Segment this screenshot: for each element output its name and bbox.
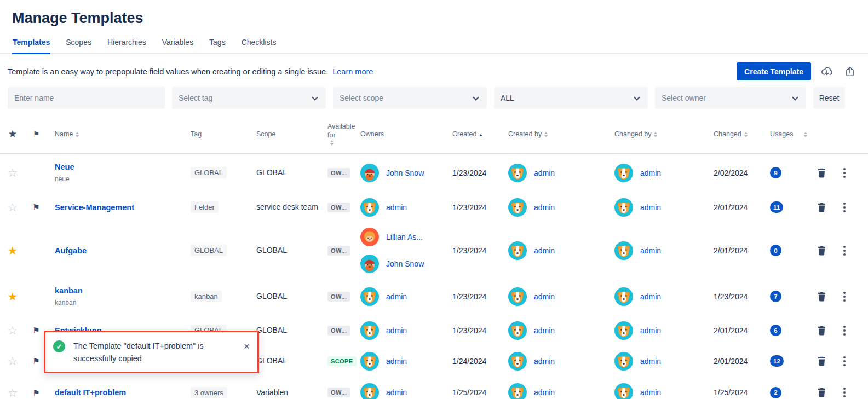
template-name-link[interactable]: kanban (55, 286, 83, 295)
creator-link[interactable]: admin (534, 246, 555, 255)
changer-link[interactable]: admin (640, 388, 661, 397)
tab-variables[interactable]: Variables (162, 34, 194, 54)
delete-button[interactable] (816, 325, 827, 337)
create-template-button[interactable]: Create Template (737, 62, 811, 80)
delete-button[interactable] (816, 386, 827, 398)
tag-badge: kanban (191, 291, 222, 302)
col-header-created-by[interactable]: Created by (501, 130, 607, 138)
creator-link[interactable]: admin (534, 357, 555, 366)
flag-icon[interactable]: ⚑ (32, 203, 39, 211)
export-icon[interactable] (843, 64, 857, 79)
scope-value: GLOBAL (256, 245, 287, 256)
creator-link[interactable]: admin (534, 292, 555, 301)
changer-link[interactable]: admin (640, 246, 661, 255)
more-actions-button[interactable] (841, 244, 848, 258)
delete-button[interactable] (816, 167, 827, 179)
changer-link[interactable]: admin (640, 169, 661, 177)
owner-avatar (360, 198, 379, 217)
template-name-link[interactable]: Service-Management (55, 203, 134, 212)
sort-asc-icon (479, 134, 482, 137)
changer-avatar (614, 321, 633, 340)
template-name-link[interactable]: Aufgabe (55, 246, 87, 255)
owner-link[interactable]: John Snow (386, 169, 424, 177)
reset-filters-button[interactable]: Reset (813, 87, 845, 109)
learn-more-link[interactable]: Learn more (332, 67, 373, 76)
owner-avatar (360, 321, 379, 340)
star-icon[interactable]: ☆ (8, 167, 18, 178)
flag-icon[interactable]: ⚑ (32, 389, 39, 397)
col-header-created[interactable]: Created (445, 130, 501, 138)
template-name-link[interactable]: default IT+problem (55, 388, 126, 397)
usages-badge: 2 (770, 387, 781, 398)
chevron-down-icon (312, 94, 318, 100)
changer-link[interactable]: admin (640, 357, 661, 366)
more-actions-button[interactable] (841, 323, 848, 338)
chevron-down-icon (792, 94, 798, 100)
tag-badge: GLOBAL (191, 245, 227, 256)
creator-link[interactable]: admin (534, 169, 555, 177)
owner-link[interactable]: admin (386, 292, 407, 301)
more-actions-button[interactable] (841, 354, 848, 368)
type-filter-select[interactable]: ALL (494, 87, 648, 109)
owner-link[interactable]: admin (386, 388, 407, 397)
check-circle-icon: ✓ (53, 340, 65, 352)
owner-link[interactable]: John Snow (386, 259, 424, 268)
tab-scopes[interactable]: Scopes (65, 34, 92, 54)
star-icon[interactable]: ☆ (8, 387, 18, 398)
more-actions-button[interactable] (841, 200, 848, 215)
available-for-badge: SCOPE (327, 356, 357, 366)
star-icon[interactable]: ★ (8, 245, 18, 256)
more-actions-button[interactable] (841, 385, 848, 399)
creator-link[interactable]: admin (534, 203, 555, 212)
close-icon[interactable]: × (244, 341, 250, 351)
scope-filter-select[interactable]: Select scope (333, 87, 487, 109)
owner-link[interactable]: admin (386, 326, 407, 335)
table-row: ★ Aufgabe GLOBAL GLOBAL OW... Lillian As… (0, 223, 868, 278)
page-title: Manage Templates (0, 0, 868, 27)
template-subtitle: neue (55, 175, 70, 183)
col-header-changed-by[interactable]: Changed by (607, 130, 706, 138)
changer-link[interactable]: admin (640, 292, 661, 301)
star-icon[interactable]: ☆ (8, 201, 18, 213)
changed-date: 1/25/2024 (714, 388, 748, 397)
delete-button[interactable] (816, 355, 827, 367)
delete-button[interactable] (816, 201, 827, 213)
col-header-name[interactable]: Name (47, 130, 183, 138)
star-icon[interactable]: ★ (8, 291, 18, 302)
owner-filter-select[interactable]: Select owner (655, 87, 806, 109)
tab-hierarchies[interactable]: Hierarchies (107, 34, 147, 54)
tab-checklists[interactable]: Checklists (241, 34, 277, 54)
type-filter-value: ALL (501, 94, 514, 102)
changed-date: 2/02/2024 (714, 169, 748, 177)
changer-link[interactable]: admin (640, 326, 661, 335)
usages-badge: 6 (770, 325, 781, 336)
created-date: 1/23/2024 (452, 246, 486, 255)
owner-link[interactable]: Lillian As... (386, 233, 423, 241)
tag-filter-select[interactable]: Select tag (172, 87, 326, 109)
flag-icon[interactable]: ⚑ (32, 357, 39, 365)
changer-link[interactable]: admin (640, 203, 661, 212)
creator-link[interactable]: admin (534, 388, 555, 397)
tab-templates[interactable]: Templates (12, 34, 50, 54)
template-name-link[interactable]: Neue (55, 163, 74, 171)
more-actions-button[interactable] (841, 290, 848, 304)
name-filter-input[interactable] (8, 87, 165, 109)
delete-button[interactable] (816, 245, 827, 257)
cloud-download-icon[interactable] (819, 64, 835, 79)
changer-avatar (614, 241, 633, 260)
col-header-available[interactable]: Available for (320, 122, 353, 147)
toast-success: ✓ The Template "default IT+problem" is s… (44, 331, 259, 373)
sort-icon (804, 132, 807, 137)
more-actions-button[interactable] (841, 166, 848, 180)
star-icon[interactable]: ☆ (8, 355, 18, 367)
col-header-usages[interactable]: Usages (762, 130, 809, 138)
owner-link[interactable]: admin (386, 357, 407, 366)
creator-link[interactable]: admin (534, 326, 555, 335)
delete-button[interactable] (816, 291, 827, 303)
owner-link[interactable]: admin (386, 203, 407, 212)
tab-tags[interactable]: Tags (209, 34, 226, 54)
star-icon[interactable]: ☆ (8, 325, 18, 336)
flag-icon[interactable]: ⚑ (32, 326, 39, 334)
tag-filter-placeholder: Select tag (179, 94, 212, 102)
col-header-changed[interactable]: Changed (706, 130, 762, 138)
